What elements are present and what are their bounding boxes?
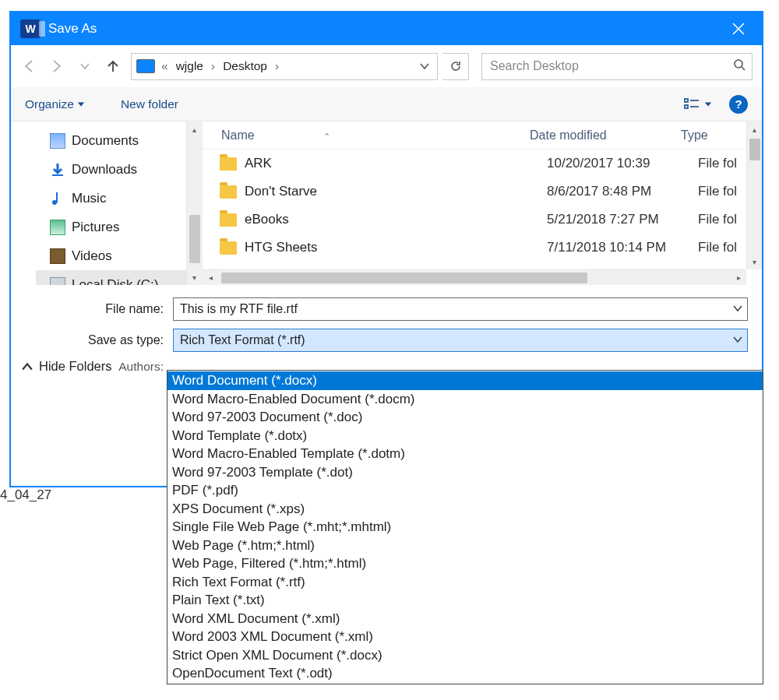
scroll-thumb[interactable] (189, 215, 200, 263)
main-area: Documents Downloads Music Pictures V (11, 121, 762, 285)
scroll-up-icon[interactable]: ▴ (747, 121, 762, 137)
breadcrumb-prefix: « (160, 59, 170, 73)
scroll-thumb[interactable] (221, 273, 587, 283)
chevron-down-icon[interactable] (733, 302, 742, 316)
view-menu[interactable] (684, 98, 712, 111)
folder-icon (220, 157, 237, 171)
chevron-down-icon[interactable] (733, 333, 742, 347)
file-type-option[interactable]: Word 2003 XML Document (*.xml) (167, 628, 763, 646)
list-vscrollbar[interactable]: ▴ ▾ (746, 121, 762, 269)
file-type-option[interactable]: Single File Web Page (*.mht;*.mhtml) (167, 518, 763, 536)
caret-down-icon (77, 100, 85, 108)
caret-down-icon (704, 100, 712, 108)
file-type-option[interactable]: Word 97-2003 Template (*.dot) (167, 463, 763, 482)
file-row[interactable]: Don't Starve8/6/2017 8:48 PMFile fol (220, 178, 762, 206)
search-input[interactable]: Search Desktop (481, 53, 753, 80)
tree-item-label: Music (72, 191, 106, 206)
scroll-left-icon[interactable]: ◂ (203, 273, 218, 282)
scroll-up-icon[interactable]: ▴ (187, 121, 202, 137)
col-name-label: Name (221, 128, 255, 142)
refresh-button[interactable] (442, 53, 469, 80)
file-name-label: File name: (25, 302, 173, 316)
tree-item-label: Documents (72, 133, 139, 149)
breadcrumb[interactable]: « wjgle › Desktop › (131, 53, 438, 80)
list-hscrollbar[interactable]: ◂ ▸ (203, 269, 746, 285)
file-name-input[interactable]: This is my RTF file.rtf (173, 297, 748, 321)
file-type-option[interactable]: Word Document (*.docx) (167, 371, 763, 390)
folder-icon (220, 185, 237, 199)
col-name[interactable]: Name ⌃ (203, 128, 530, 142)
scroll-thumb[interactable] (749, 139, 760, 160)
recent-dropdown[interactable] (73, 55, 97, 78)
arrow-left-icon (21, 58, 37, 74)
file-type-option[interactable]: Plain Text (*.txt) (167, 591, 763, 610)
up-button[interactable] (101, 55, 125, 78)
titlebar: W Save As (11, 12, 762, 45)
file-name: Don't Starve (245, 184, 547, 199)
file-row[interactable]: eBooks5/21/2018 7:27 PMFile fol (220, 206, 762, 234)
file-name: HTG Sheets (245, 240, 547, 255)
file-row[interactable]: HTG Sheets7/11/2018 10:14 PMFile fol (220, 234, 762, 262)
forward-button[interactable] (45, 55, 69, 78)
file-type-option[interactable]: PDF (*.pdf) (167, 481, 763, 500)
file-type: File fol (698, 240, 737, 255)
tree-item-documents[interactable]: Documents (50, 126, 202, 155)
file-type-option[interactable]: Word Macro-Enabled Document (*.docm) (167, 390, 763, 409)
file-type-option[interactable]: Strict Open XML Document (*.docx) (167, 646, 763, 665)
organize-menu[interactable]: Organize (25, 97, 85, 111)
col-date[interactable]: Date modified (530, 128, 681, 142)
music-icon (50, 191, 65, 206)
tree-item-pictures[interactable]: Pictures (50, 213, 202, 241)
file-type-option[interactable]: Word 97-2003 Document (*.doc) (167, 408, 763, 427)
scroll-right-icon[interactable]: ▸ (731, 273, 746, 282)
chevron-right-icon: › (210, 59, 217, 73)
back-button[interactable] (17, 55, 41, 78)
tree-item-downloads[interactable]: Downloads (50, 155, 202, 184)
column-headers: Name ⌃ Date modified Type (203, 121, 762, 149)
refresh-icon (449, 60, 462, 72)
file-type: File fol (698, 156, 737, 171)
file-type-option[interactable]: XPS Document (*.xps) (167, 500, 763, 519)
downloads-icon (50, 162, 65, 178)
scroll-down-icon[interactable]: ▾ (187, 269, 202, 285)
organize-label: Organize (25, 97, 74, 111)
svg-point-2 (735, 60, 742, 68)
hide-folders-button[interactable]: Hide Folders (22, 359, 112, 374)
file-date: 5/21/2018 7:27 PM (547, 212, 698, 227)
file-type-option[interactable]: Web Page (*.htm;*.html) (167, 536, 763, 555)
file-type-option[interactable]: Word Template (*.dotx) (167, 427, 763, 445)
file-date: 7/11/2018 10:14 PM (547, 240, 698, 255)
file-row[interactable]: ARK10/20/2017 10:39File fol (220, 149, 762, 178)
file-type-option[interactable]: Rich Text Format (*.rtf) (167, 573, 763, 592)
close-button[interactable] (723, 12, 754, 45)
breadcrumb-seg-2[interactable]: Desktop (218, 59, 272, 73)
breadcrumb-seg-1[interactable]: wjgle (171, 59, 208, 73)
scroll-down-icon[interactable]: ▾ (747, 254, 762, 269)
save-as-type-value: Rich Text Format (*.rtf) (180, 333, 733, 347)
help-button[interactable]: ? (729, 95, 748, 114)
folder-icon (220, 213, 237, 227)
monitor-icon (136, 59, 155, 73)
search-icon (733, 58, 746, 74)
address-row: « wjgle › Desktop › Search Desktop (11, 45, 762, 87)
bottom-form: File name: This is my RTF file.rtf Save … (11, 285, 762, 380)
save-as-type-dropdown[interactable]: Rich Text Format (*.rtf) (173, 329, 748, 352)
file-type: File fol (698, 212, 737, 227)
save-as-type-options[interactable]: Word Document (*.docx)Word Macro-Enabled… (167, 370, 763, 684)
tree-item-videos[interactable]: Videos (50, 241, 202, 270)
new-folder-button[interactable]: New folder (121, 97, 178, 111)
tree-scrollbar[interactable]: ▴ ▾ (186, 121, 202, 285)
chevron-right-icon: › (273, 59, 280, 73)
svg-rect-3 (685, 99, 688, 102)
arrow-up-icon (105, 58, 121, 74)
file-type-option[interactable]: OpenDocument Text (*.odt) (167, 664, 763, 683)
tree-item-music[interactable]: Music (50, 184, 202, 213)
file-type-option[interactable]: Word Macro-Enabled Template (*.dotm) (167, 445, 763, 463)
details-view-icon (684, 98, 700, 111)
file-date: 10/20/2017 10:39 (547, 156, 698, 171)
search-placeholder: Search Desktop (490, 59, 733, 73)
file-type-option[interactable]: Web Page, Filtered (*.htm;*.html) (167, 554, 763, 573)
file-type-option[interactable]: Word XML Document (*.xml) (167, 610, 763, 628)
tree-item-label: Pictures (72, 220, 119, 235)
breadcrumb-dropdown[interactable] (415, 62, 434, 71)
